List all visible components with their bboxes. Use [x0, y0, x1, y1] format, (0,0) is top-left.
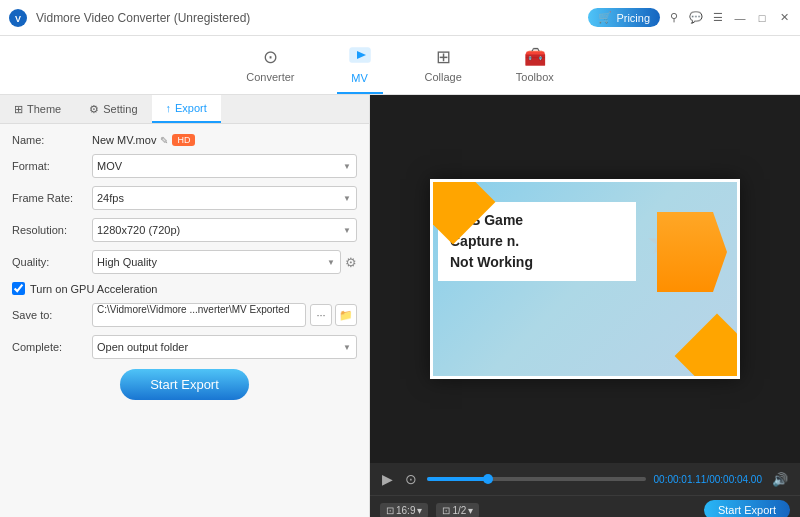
format-row: Format: MOV: [12, 154, 357, 178]
hd-badge: HD: [172, 134, 195, 146]
quality-row: Quality: High Quality ⚙: [12, 250, 357, 274]
format-select-wrapper: MOV: [92, 154, 357, 178]
maximize-button[interactable]: □: [754, 10, 770, 26]
page-button[interactable]: ⊡ 1/2 ▾: [436, 503, 479, 518]
gpu-label: Turn on GPU Acceleration: [30, 283, 157, 295]
preview-content: OBS Game Capture n. Not Working ★ ★: [433, 182, 737, 376]
start-export-button[interactable]: Start Export: [120, 369, 249, 400]
aspect-ratio-button[interactable]: ⊡ 16:9 ▾: [380, 503, 428, 518]
edit-icon[interactable]: ✎: [160, 135, 168, 146]
tab-mv[interactable]: MV: [337, 42, 383, 94]
sub-tab-export[interactable]: ↑ Export: [152, 95, 221, 123]
quality-select[interactable]: High Quality: [92, 250, 341, 274]
format-label: Format:: [12, 160, 92, 172]
tab-converter[interactable]: ⊙ Converter: [234, 42, 306, 94]
progress-fill: [427, 477, 488, 481]
svg-text:V: V: [15, 14, 21, 24]
resolution-row: Resolution: 1280x720 (720p): [12, 218, 357, 242]
ratio-icon: ⊡: [386, 505, 394, 516]
save-path-more-btn[interactable]: ···: [310, 304, 332, 326]
video-controls: ▶ ⊙ 00:00:01.11/00:00:04.00 🔊: [370, 463, 800, 495]
preview-text-line-3: Not Working: [450, 252, 624, 273]
link-icon-btn[interactable]: ⚲: [666, 10, 682, 26]
video-controls-2: ⊡ 16:9 ▾ ⊡ 1/2 ▾ Start Export: [370, 495, 800, 517]
pricing-button[interactable]: 🛒 Pricing: [588, 8, 660, 27]
app-title: Vidmore Video Converter (Unregistered): [36, 11, 588, 25]
converter-icon: ⊙: [263, 46, 278, 68]
save-path-display: C:\Vidmore\Vidmore ...nverter\MV Exporte…: [92, 303, 306, 327]
quality-settings-icon[interactable]: ⚙: [345, 255, 357, 270]
close-button[interactable]: ✕: [776, 10, 792, 26]
preview-area: ANYMP4 OBS Game Capture n. Not Working ★…: [370, 95, 800, 463]
chat-icon-btn[interactable]: 💬: [688, 10, 704, 26]
tab-toolbox[interactable]: 🧰 Toolbox: [504, 42, 566, 94]
format-select[interactable]: MOV: [92, 154, 357, 178]
title-bar-actions: 🛒 Pricing ⚲ 💬 ☰ — □ ✕: [588, 8, 792, 27]
name-row: Name: New MV.mov ✎ HD: [12, 134, 357, 146]
quality-label: Quality:: [12, 256, 92, 268]
sub-tabs: ⊞ Theme ⚙ Setting ↑ Export: [0, 95, 369, 124]
save-to-label: Save to:: [12, 309, 92, 321]
frame-rate-label: Frame Rate:: [12, 192, 92, 204]
sub-tab-theme[interactable]: ⊞ Theme: [0, 95, 75, 123]
tab-collage[interactable]: ⊞ Collage: [413, 42, 474, 94]
mv-icon: [349, 46, 371, 69]
resolution-select[interactable]: 1280x720 (720p): [92, 218, 357, 242]
progress-thumb: [483, 474, 493, 484]
play-button[interactable]: ▶: [380, 469, 395, 489]
complete-label: Complete:: [12, 341, 92, 353]
save-to-row: Save to: C:\Vidmore\Vidmore ...nverter\M…: [12, 303, 357, 327]
title-bar: V Vidmore Video Converter (Unregistered)…: [0, 0, 800, 36]
page-chevron: ▾: [468, 505, 473, 516]
app-logo: V: [8, 8, 28, 28]
setting-icon: ⚙: [89, 103, 99, 116]
toolbox-icon: 🧰: [524, 46, 546, 68]
theme-icon: ⊞: [14, 103, 23, 116]
quality-select-wrapper: High Quality: [92, 250, 341, 274]
right-panel: ANYMP4 OBS Game Capture n. Not Working ★…: [370, 95, 800, 517]
name-value: New MV.mov: [92, 134, 156, 146]
progress-bar[interactable]: [427, 477, 646, 481]
volume-button[interactable]: 🔊: [770, 470, 790, 489]
resolution-select-wrapper: 1280x720 (720p): [92, 218, 357, 242]
complete-select-wrapper: Open output folder: [92, 335, 357, 359]
frame-rate-select[interactable]: 24fps: [92, 186, 357, 210]
menu-icon-btn[interactable]: ☰: [710, 10, 726, 26]
main-layout: ⊞ Theme ⚙ Setting ↑ Export Name: New MV.…: [0, 95, 800, 517]
ratio-chevron: ▾: [417, 505, 422, 516]
collage-icon: ⊞: [436, 46, 451, 68]
nav-tabs: ⊙ Converter MV ⊞ Collage 🧰 Toolbox: [0, 36, 800, 95]
frame-rate-select-wrapper: 24fps: [92, 186, 357, 210]
complete-select[interactable]: Open output folder: [92, 335, 357, 359]
stop-button[interactable]: ⊙: [403, 469, 419, 489]
page-icon: ⊡: [442, 505, 450, 516]
save-path-folder-btn[interactable]: 📁: [335, 304, 357, 326]
export-icon: ↑: [166, 102, 172, 114]
gpu-row: Turn on GPU Acceleration: [12, 282, 357, 295]
minimize-button[interactable]: —: [732, 10, 748, 26]
side-deco: [657, 212, 727, 292]
frame-rate-row: Frame Rate: 24fps: [12, 186, 357, 210]
cart-icon: 🛒: [598, 11, 612, 24]
sub-tab-setting[interactable]: ⚙ Setting: [75, 95, 151, 123]
gpu-checkbox[interactable]: [12, 282, 25, 295]
preview-text-line-2: Capture n.: [450, 231, 624, 252]
time-display: 00:00:01.11/00:00:04.00: [654, 474, 762, 485]
preview-frame: ANYMP4 OBS Game Capture n. Not Working ★…: [430, 179, 740, 379]
save-path-actions: ··· 📁: [310, 304, 357, 326]
complete-row: Complete: Open output folder: [12, 335, 357, 359]
name-label: Name:: [12, 134, 92, 146]
left-panel: ⊞ Theme ⚙ Setting ↑ Export Name: New MV.…: [0, 95, 370, 517]
name-value-container: New MV.mov ✎ HD: [92, 134, 357, 146]
corner-deco-br: [675, 314, 737, 376]
start-export-right-button[interactable]: Start Export: [704, 500, 790, 517]
export-form: Name: New MV.mov ✎ HD Format: MOV Frame: [0, 124, 369, 517]
resolution-label: Resolution:: [12, 224, 92, 236]
